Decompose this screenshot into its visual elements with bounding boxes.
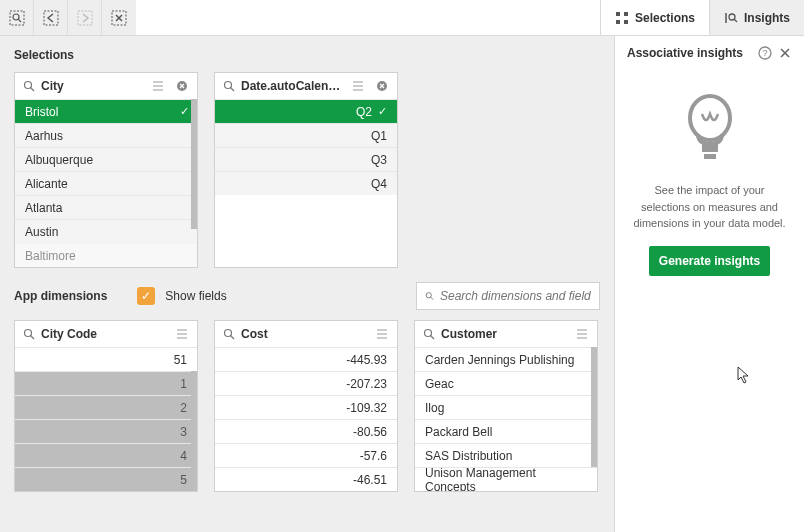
list-item[interactable]: -46.51 — [215, 467, 397, 491]
show-fields-label: Show fields — [165, 289, 226, 303]
step-back-icon[interactable] — [34, 0, 68, 35]
tile-list: -445.93 -207.23 -109.32 -80.56 -57.6 -46… — [215, 347, 397, 491]
list-item[interactable]: Geac — [415, 371, 597, 395]
insights-panel-title: Associative insights — [627, 46, 752, 60]
search-icon[interactable] — [423, 328, 435, 340]
list-item[interactable]: Packard Bell — [415, 419, 597, 443]
svg-line-34 — [31, 336, 35, 340]
svg-line-16 — [31, 88, 35, 92]
tab-selections-label: Selections — [635, 11, 695, 25]
show-fields-checkbox[interactable]: ✓ — [137, 287, 155, 305]
list-view-icon[interactable] — [351, 79, 365, 93]
clear-selections-icon[interactable] — [102, 0, 136, 35]
list-item[interactable]: Q1 — [215, 123, 397, 147]
app-dimensions-bar: App dimensions ✓ Show fields — [14, 282, 600, 310]
smart-search-icon[interactable] — [0, 0, 34, 35]
list-item[interactable]: -57.6 — [215, 443, 397, 467]
tile-title: Date.autoCalendar.... — [241, 79, 341, 93]
list-item[interactable]: Q3 — [215, 147, 397, 171]
check-icon: ✓ — [378, 105, 387, 118]
svg-line-2 — [18, 19, 21, 22]
list-item[interactable]: 1 — [15, 371, 197, 395]
list-item[interactable]: 3 — [15, 419, 197, 443]
selections-pane: Selections City — [0, 36, 614, 532]
svg-line-39 — [231, 336, 235, 340]
tile-list: 51 1 2 3 4 5 — [15, 347, 197, 491]
svg-line-32 — [431, 297, 434, 300]
list-item[interactable]: 5 — [15, 467, 197, 491]
check-icon: ✓ — [180, 105, 189, 118]
selection-tile-city: City Bristol✓ Aarhus Albuquerque Alicant… — [14, 72, 198, 268]
list-item[interactable]: Austin — [15, 219, 197, 243]
svg-rect-9 — [624, 12, 628, 16]
list-item[interactable]: 4 — [15, 443, 197, 467]
svg-rect-10 — [616, 20, 620, 24]
list-view-icon[interactable] — [375, 327, 389, 341]
search-icon[interactable] — [23, 328, 35, 340]
top-tabs: Selections Insights — [600, 0, 804, 35]
search-icon[interactable] — [223, 80, 235, 92]
scrollbar-thumb[interactable] — [191, 371, 197, 491]
tile-list: Q2✓ Q1 Q3 Q4 — [215, 99, 397, 195]
list-item[interactable]: 51 — [15, 347, 197, 371]
list-item[interactable]: -207.23 — [215, 371, 397, 395]
list-view-icon[interactable] — [151, 79, 165, 93]
dimension-search-input[interactable] — [440, 289, 591, 303]
list-item[interactable]: Bristol✓ — [15, 99, 197, 123]
tile-title: Customer — [441, 327, 565, 341]
svg-point-52 — [690, 96, 730, 140]
search-icon[interactable] — [23, 80, 35, 92]
search-icon[interactable] — [223, 328, 235, 340]
list-item[interactable]: Baltimore — [15, 243, 197, 267]
list-item[interactable]: Atlanta — [15, 195, 197, 219]
svg-rect-11 — [624, 20, 628, 24]
insights-description: See the impact of your selections on mea… — [627, 182, 792, 232]
insights-panel: Associative insights ? See the impact of… — [614, 36, 804, 532]
list-item[interactable]: Ilog — [415, 395, 597, 419]
svg-point-1 — [13, 14, 19, 20]
list-item[interactable]: 2 — [15, 395, 197, 419]
svg-point-38 — [225, 330, 232, 337]
tab-selections[interactable]: Selections — [600, 0, 709, 35]
list-item[interactable]: -445.93 — [215, 347, 397, 371]
svg-point-33 — [25, 330, 32, 337]
help-icon[interactable]: ? — [758, 46, 772, 60]
tile-list: Bristol✓ Aarhus Albuquerque Alicante Atl… — [15, 99, 197, 267]
app-dimensions-label: App dimensions — [14, 289, 107, 303]
dimension-search[interactable] — [416, 282, 600, 310]
top-toolbar: Selections Insights — [0, 0, 804, 36]
list-item[interactable]: Albuquerque — [15, 147, 197, 171]
list-item[interactable]: Carden Jennings Publishing — [415, 347, 597, 371]
clear-field-icon[interactable] — [175, 79, 189, 93]
list-item[interactable]: Alicante — [15, 171, 197, 195]
list-item[interactable]: -80.56 — [215, 419, 397, 443]
list-item[interactable]: -109.32 — [215, 395, 397, 419]
close-icon[interactable] — [778, 46, 792, 60]
list-view-icon[interactable] — [175, 327, 189, 341]
list-view-icon[interactable] — [575, 327, 589, 341]
list-item[interactable]: Q2✓ — [215, 99, 397, 123]
tile-title: City — [41, 79, 141, 93]
svg-point-31 — [426, 293, 431, 298]
search-icon — [425, 290, 434, 302]
generate-insights-button[interactable]: Generate insights — [649, 246, 770, 276]
svg-point-23 — [225, 82, 232, 89]
svg-rect-54 — [704, 154, 716, 159]
tile-title: Cost — [241, 327, 365, 341]
svg-rect-3 — [44, 11, 58, 25]
svg-line-44 — [431, 336, 435, 340]
clear-field-icon[interactable] — [375, 79, 389, 93]
step-forward-icon[interactable] — [68, 0, 102, 35]
cursor-icon — [737, 366, 792, 384]
list-item[interactable]: SAS Distribution — [415, 443, 597, 467]
scrollbar-thumb[interactable] — [191, 99, 197, 229]
list-item[interactable]: Unison Management Concepts — [415, 467, 597, 491]
scrollbar-thumb[interactable] — [591, 347, 597, 467]
lightbulb-icon — [627, 88, 792, 168]
list-item[interactable]: Q4 — [215, 171, 397, 195]
insights-icon — [724, 11, 738, 25]
selections-heading: Selections — [14, 48, 600, 62]
tab-insights[interactable]: Insights — [709, 0, 804, 35]
list-item[interactable]: Aarhus — [15, 123, 197, 147]
dim-tile-customer: Customer Carden Jennings Publishing Geac… — [414, 320, 598, 492]
